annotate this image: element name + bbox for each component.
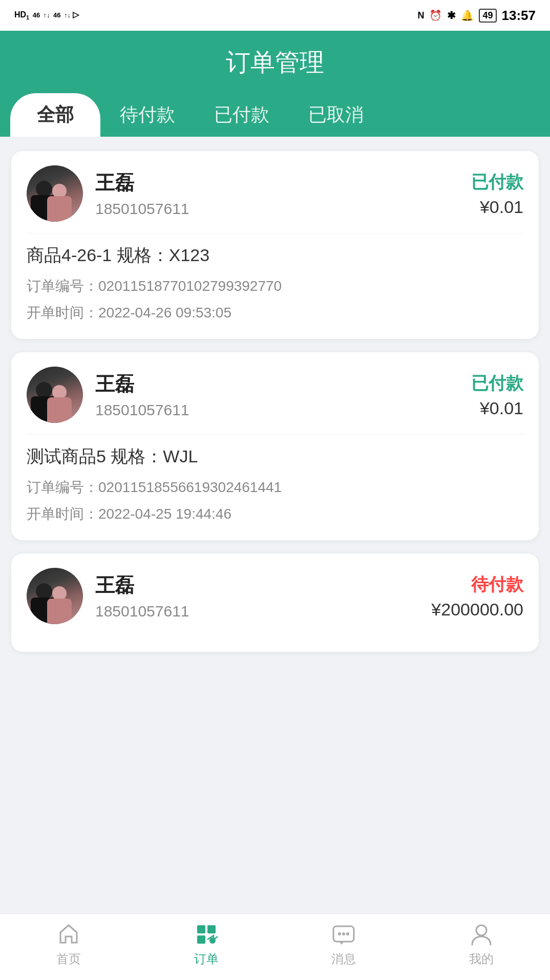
order-no-1: 订单编号：02011518770102799392770 bbox=[27, 276, 523, 296]
user-info-2: 王磊 18501057611 bbox=[95, 371, 471, 419]
nav-mine-label: 我的 bbox=[469, 951, 494, 967]
order-icon bbox=[194, 922, 219, 947]
tab-cancelled[interactable]: 已取消 bbox=[289, 93, 383, 137]
svg-point-5 bbox=[338, 932, 341, 935]
order-amount-1: ¥0.01 bbox=[471, 197, 523, 217]
order-status-3: 待付款 ¥200000.00 bbox=[431, 573, 523, 620]
divider-2 bbox=[27, 434, 523, 435]
order-status-1: 已付款 ¥0.01 bbox=[471, 171, 523, 217]
status-label-2: 已付款 bbox=[471, 372, 523, 395]
nav-message-label: 消息 bbox=[331, 951, 356, 967]
avatar-1 bbox=[27, 165, 83, 222]
time-display: 13:57 bbox=[502, 8, 536, 24]
nfc-icon: N bbox=[417, 10, 424, 21]
svg-point-7 bbox=[346, 932, 349, 935]
order-amount-3: ¥200000.00 bbox=[431, 600, 523, 620]
order-no-2: 订单编号：02011518556619302461441 bbox=[27, 478, 523, 497]
avatar-2 bbox=[27, 367, 83, 423]
status-right: N ⏰ ✱ 🔔 49 13:57 bbox=[417, 8, 536, 24]
nav-home-label: 首页 bbox=[56, 951, 81, 967]
svg-rect-2 bbox=[197, 935, 205, 944]
user-phone-3: 18501057611 bbox=[95, 603, 431, 620]
user-name-3: 王磊 bbox=[95, 572, 431, 599]
order-product-2: 测试商品5 规格：WJL bbox=[27, 445, 523, 468]
order-product-1: 商品4-26-1 规格：X123 bbox=[27, 244, 523, 267]
battery-level: 49 bbox=[479, 9, 496, 23]
nav-home[interactable]: 首页 bbox=[0, 922, 138, 967]
user-name-2: 王磊 bbox=[95, 371, 471, 397]
mine-icon bbox=[469, 922, 494, 947]
svg-rect-1 bbox=[207, 925, 216, 933]
bluetooth-icon: ✱ bbox=[447, 9, 456, 22]
nav-message[interactable]: 消息 bbox=[275, 922, 413, 967]
network-info: HD1 46 ↑↓ 46 ↑↓ ▷ bbox=[14, 10, 79, 20]
alarm-icon: ⏰ bbox=[429, 9, 442, 22]
order-amount-2: ¥0.01 bbox=[471, 398, 523, 418]
user-info-3: 王磊 18501057611 bbox=[95, 572, 431, 620]
nav-mine[interactable]: 我的 bbox=[413, 922, 551, 967]
order-status-2: 已付款 ¥0.01 bbox=[471, 372, 523, 418]
bottom-nav: 首页 订单 消息 我的 bbox=[0, 913, 550, 980]
card-header-1: 王磊 18501057611 已付款 ¥0.01 bbox=[27, 165, 523, 222]
user-info-1: 王磊 18501057611 bbox=[95, 170, 471, 218]
status-bar: HD1 46 ↑↓ 46 ↑↓ ▷ N ⏰ ✱ 🔔 49 13:57 bbox=[0, 0, 550, 31]
card-header-2: 王磊 18501057611 已付款 ¥0.01 bbox=[27, 367, 523, 423]
order-time-1: 开单时间：2022-04-26 09:53:05 bbox=[27, 303, 523, 323]
tab-pending[interactable]: 待付款 bbox=[100, 93, 195, 137]
page-header: 订单管理 全部 待付款 已付款 已取消 bbox=[0, 31, 550, 137]
tab-all[interactable]: 全部 bbox=[10, 93, 100, 137]
svg-point-8 bbox=[476, 925, 486, 935]
tab-paid[interactable]: 已付款 bbox=[195, 93, 289, 137]
status-label-1: 已付款 bbox=[471, 171, 523, 194]
order-card-1[interactable]: 王磊 18501057611 已付款 ¥0.01 商品4-26-1 规格：X12… bbox=[11, 151, 539, 339]
order-time-2: 开单时间：2022-04-25 19:44:46 bbox=[27, 504, 523, 524]
order-list: 王磊 18501057611 已付款 ¥0.01 商品4-26-1 规格：X12… bbox=[0, 137, 550, 927]
svg-point-3 bbox=[209, 938, 216, 944]
tab-bar: 全部 待付款 已付款 已取消 bbox=[0, 93, 550, 137]
status-label-3: 待付款 bbox=[431, 573, 523, 596]
avatar-3 bbox=[27, 568, 83, 624]
card-header-3: 王磊 18501057611 待付款 ¥200000.00 bbox=[27, 568, 523, 624]
svg-rect-0 bbox=[197, 925, 205, 933]
mute-icon: 🔔 bbox=[461, 9, 474, 22]
user-name-1: 王磊 bbox=[95, 170, 471, 196]
message-icon bbox=[331, 922, 356, 947]
home-icon bbox=[56, 922, 81, 947]
status-left: HD1 46 ↑↓ 46 ↑↓ ▷ bbox=[14, 10, 79, 20]
page-title: 订单管理 bbox=[0, 46, 550, 93]
nav-order-label: 订单 bbox=[194, 951, 219, 967]
user-phone-1: 18501057611 bbox=[95, 200, 471, 218]
order-card-2[interactable]: 王磊 18501057611 已付款 ¥0.01 测试商品5 规格：WJL 订单… bbox=[11, 352, 539, 540]
user-phone-2: 18501057611 bbox=[95, 401, 471, 419]
svg-point-6 bbox=[342, 932, 345, 935]
divider-1 bbox=[27, 233, 523, 233]
nav-order[interactable]: 订单 bbox=[138, 922, 276, 967]
order-card-3[interactable]: 王磊 18501057611 待付款 ¥200000.00 bbox=[11, 553, 539, 652]
